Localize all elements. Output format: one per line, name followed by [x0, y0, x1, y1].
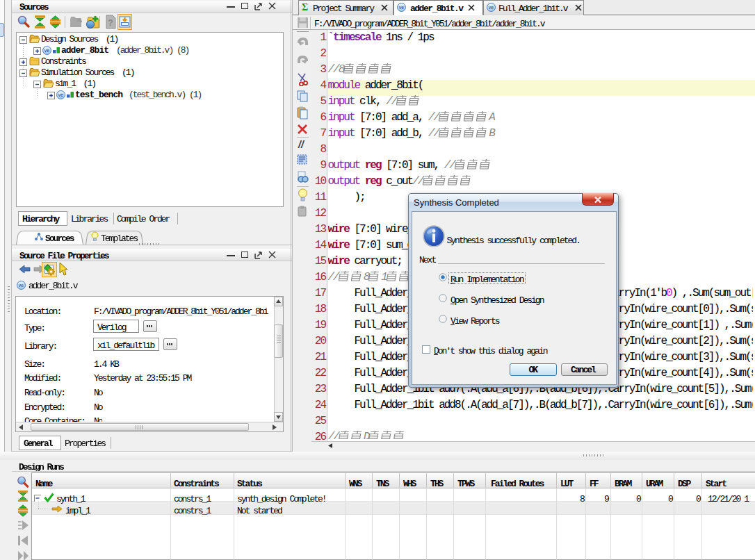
svg-text:?: ?	[108, 18, 113, 28]
